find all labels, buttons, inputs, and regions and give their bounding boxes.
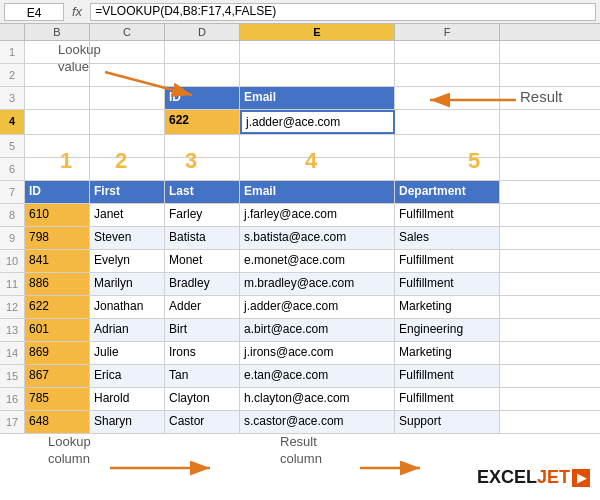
col-header-f[interactable]: F	[395, 24, 500, 40]
cell-b12[interactable]: 622	[25, 296, 90, 318]
cell-e16[interactable]: h.clayton@ace.com	[240, 388, 395, 410]
cell-c2[interactable]	[90, 64, 165, 86]
cell-f11[interactable]: Fulfillment	[395, 273, 500, 295]
cell-e3[interactable]: Email	[240, 87, 395, 109]
cell-b16[interactable]: 785	[25, 388, 90, 410]
cell-d2[interactable]	[165, 64, 240, 86]
cell-d10[interactable]: Monet	[165, 250, 240, 272]
cell-b15[interactable]: 867	[25, 365, 90, 387]
cell-d12[interactable]: Adder	[165, 296, 240, 318]
exceljet-logo: EXCELJET▶	[477, 467, 590, 488]
rownum-15: 15	[0, 365, 25, 387]
cell-c1[interactable]	[90, 41, 165, 63]
cell-f12[interactable]: Marketing	[395, 296, 500, 318]
cell-c17[interactable]: Sharyn	[90, 411, 165, 433]
cell-d3[interactable]: ID	[165, 87, 240, 109]
cell-c3[interactable]	[90, 87, 165, 109]
cell-d13[interactable]: Birt	[165, 319, 240, 341]
name-box[interactable]: E4	[4, 3, 64, 21]
cell-b2[interactable]	[25, 64, 90, 86]
cell-d5[interactable]	[165, 135, 240, 157]
cell-d6[interactable]	[165, 158, 240, 180]
cell-b17[interactable]: 648	[25, 411, 90, 433]
cell-c15[interactable]: Erica	[90, 365, 165, 387]
cell-b7[interactable]: ID	[25, 181, 90, 203]
cell-c14[interactable]: Julie	[90, 342, 165, 364]
col-header-c[interactable]: C	[90, 24, 165, 40]
cell-b5[interactable]	[25, 135, 90, 157]
cell-d11[interactable]: Bradley	[165, 273, 240, 295]
cell-c12[interactable]: Jonathan	[90, 296, 165, 318]
rownum-16: 16	[0, 388, 25, 410]
cell-b6[interactable]	[25, 158, 90, 180]
cell-f4[interactable]	[395, 110, 500, 134]
cell-f14[interactable]: Marketing	[395, 342, 500, 364]
cell-c6[interactable]	[90, 158, 165, 180]
cell-b1[interactable]	[25, 41, 90, 63]
cell-e14[interactable]: j.irons@ace.com	[240, 342, 395, 364]
cell-e5[interactable]	[240, 135, 395, 157]
cell-c16[interactable]: Harold	[90, 388, 165, 410]
cell-b13[interactable]: 601	[25, 319, 90, 341]
cell-d17[interactable]: Castor	[165, 411, 240, 433]
cell-e10[interactable]: e.monet@ace.com	[240, 250, 395, 272]
cell-f2[interactable]	[395, 64, 500, 86]
cell-e8[interactable]: j.farley@ace.com	[240, 204, 395, 226]
cell-c9[interactable]: Steven	[90, 227, 165, 249]
cell-e15[interactable]: e.tan@ace.com	[240, 365, 395, 387]
cell-d15[interactable]: Tan	[165, 365, 240, 387]
cell-f1[interactable]	[395, 41, 500, 63]
cell-f13[interactable]: Engineering	[395, 319, 500, 341]
cell-c8[interactable]: Janet	[90, 204, 165, 226]
cell-e17[interactable]: s.castor@ace.com	[240, 411, 395, 433]
cell-f8[interactable]: Fulfillment	[395, 204, 500, 226]
cell-c4[interactable]	[90, 110, 165, 134]
cell-f10[interactable]: Fulfillment	[395, 250, 500, 272]
cell-e4[interactable]: j.adder@ace.com	[240, 110, 395, 134]
cell-e7[interactable]: Email	[240, 181, 395, 203]
cell-f6[interactable]	[395, 158, 500, 180]
cell-f15[interactable]: Fulfillment	[395, 365, 500, 387]
cell-e1[interactable]	[240, 41, 395, 63]
cell-c7[interactable]: First	[90, 181, 165, 203]
cell-d1[interactable]	[165, 41, 240, 63]
rownum-12: 12	[0, 296, 25, 318]
cell-b8[interactable]: 610	[25, 204, 90, 226]
col-header-d[interactable]: D	[165, 24, 240, 40]
cell-d14[interactable]: Irons	[165, 342, 240, 364]
cell-b10[interactable]: 841	[25, 250, 90, 272]
cell-c10[interactable]: Evelyn	[90, 250, 165, 272]
cell-d16[interactable]: Clayton	[165, 388, 240, 410]
cell-d9[interactable]: Batista	[165, 227, 240, 249]
col-header-e[interactable]: E	[240, 24, 395, 40]
cell-c11[interactable]: Marilyn	[90, 273, 165, 295]
cell-e13[interactable]: a.birt@ace.com	[240, 319, 395, 341]
cell-d4[interactable]: 622	[165, 110, 240, 134]
cell-b3[interactable]	[25, 87, 90, 109]
cell-e12[interactable]: j.adder@ace.com	[240, 296, 395, 318]
cell-b9[interactable]: 798	[25, 227, 90, 249]
cell-f9[interactable]: Sales	[395, 227, 500, 249]
num5-annotation: 5	[468, 148, 480, 174]
cell-e11[interactable]: m.bradley@ace.com	[240, 273, 395, 295]
cell-f5[interactable]	[395, 135, 500, 157]
row-5: 5	[0, 135, 600, 158]
cell-e2[interactable]	[240, 64, 395, 86]
cell-f16[interactable]: Fulfillment	[395, 388, 500, 410]
col-header-b[interactable]: B	[25, 24, 90, 40]
cell-e9[interactable]: s.batista@ace.com	[240, 227, 395, 249]
rownum-17: 17	[0, 411, 25, 433]
cell-d7[interactable]: Last	[165, 181, 240, 203]
cell-b14[interactable]: 869	[25, 342, 90, 364]
cell-c13[interactable]: Adrian	[90, 319, 165, 341]
formula-input[interactable]: =VLOOKUP(D4,B8:F17,4,FALSE)	[90, 3, 596, 21]
cell-c5[interactable]	[90, 135, 165, 157]
cell-e6[interactable]	[240, 158, 395, 180]
cell-d8[interactable]: Farley	[165, 204, 240, 226]
cell-b4[interactable]	[25, 110, 90, 134]
cell-b11[interactable]: 886	[25, 273, 90, 295]
cell-f7[interactable]: Department	[395, 181, 500, 203]
cell-f17[interactable]: Support	[395, 411, 500, 433]
row-15: 15 867 Erica Tan e.tan@ace.com Fulfillme…	[0, 365, 600, 388]
cell-f3[interactable]	[395, 87, 500, 109]
